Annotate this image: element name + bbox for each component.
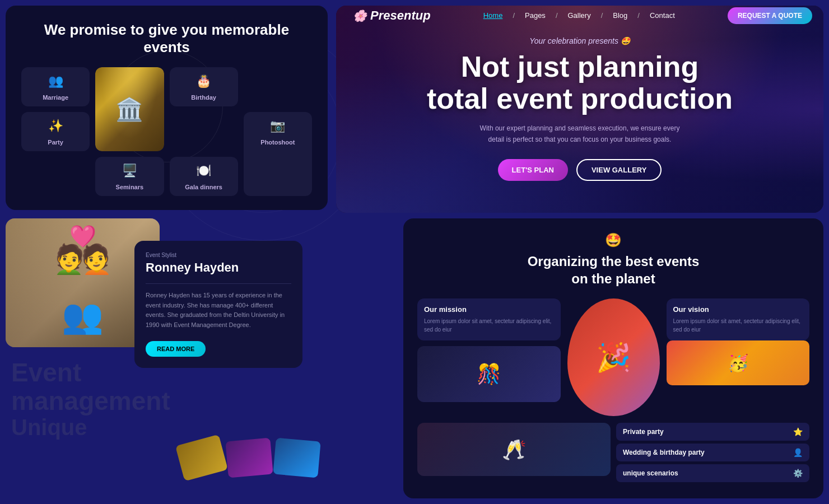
private-party-label: Private party — [623, 428, 664, 436]
vision-card: Our vision Lorem ipsum dolor sit amet, s… — [667, 298, 810, 340]
photo-thumbnails — [179, 440, 314, 476]
nav-link-blog[interactable]: Blog — [613, 11, 627, 20]
service-marriage[interactable]: 👥 Marriage — [21, 67, 90, 106]
party-label: Party — [48, 139, 63, 146]
services-grid: 👥 Marriage 🎂 Birthday ✨ Party 🖥️ Seminar… — [21, 67, 312, 196]
event-line2: management — [11, 386, 170, 416]
party-item-wedding[interactable]: Wedding & birthday party 👤 — [616, 444, 809, 461]
logo-text: Presentup — [370, 8, 431, 23]
nav-link-contact[interactable]: Contact — [650, 11, 675, 20]
wedding-label: Wedding & birthday party — [623, 449, 705, 456]
vision-title: Our vision — [673, 305, 803, 314]
wedding-icon: 👤 — [793, 448, 803, 457]
nav-link-gallery[interactable]: Gallery — [568, 11, 591, 20]
seminars-label: Seminars — [116, 184, 144, 190]
stylist-section: 💑 Event Stylist Ronney Hayden Ronney Hay… — [6, 218, 328, 350]
view-gallery-button[interactable]: VIEW GALLERY — [576, 159, 662, 181]
organize-title-text: Organizing the best eventson the planet — [528, 254, 700, 286]
nav-link-home[interactable]: Home — [483, 11, 503, 20]
nav-link-pages[interactable]: Pages — [525, 11, 546, 20]
hero-title: Not just planning total event production — [358, 51, 801, 115]
unique-icon: ⚙️ — [793, 469, 803, 478]
vision-image — [667, 340, 810, 385]
private-party-icon: ⭐ — [793, 427, 803, 436]
nav-bar: 🌸 Presentup Home / Pages / Gallery / Blo… — [336, 0, 829, 31]
mission-text: Lorem ipsum dolor sit amet, sectetur adi… — [424, 317, 554, 334]
hero-subtitle: Your celebration presents 🤩 — [358, 36, 801, 45]
party-photo: 🥂 — [417, 423, 611, 476]
party-list: Private party ⭐ Wedding & birthday party… — [616, 423, 809, 482]
logo-icon: 🌸 — [353, 9, 367, 22]
party-emoji: 🎊 — [477, 363, 501, 386]
stylist-bio: Ronney Hayden has 15 years of experience… — [146, 291, 291, 330]
unique-text: Unique — [11, 415, 170, 440]
seminars-icon: 🖥️ — [100, 164, 159, 178]
stylist-info-card: Event Stylist Ronney Hayden Ronney Hayde… — [134, 241, 302, 368]
nav-logo: 🌸 Presentup — [353, 8, 431, 23]
party-item-unique[interactable]: unique scenarios ⚙️ — [616, 464, 809, 482]
nav-sep-2: / — [556, 11, 558, 20]
request-quote-button[interactable]: REQUEST A QUOTE — [728, 7, 812, 24]
stylist-name: Ronney Hayden — [146, 260, 291, 275]
event-management-text: Event management — [11, 358, 170, 415]
photoshoot-icon: 📷 — [248, 119, 308, 133]
service-venue[interactable] — [95, 67, 164, 151]
read-more-button[interactable]: READ MORE — [146, 341, 206, 357]
thumb-2 — [225, 438, 273, 478]
organize-emoji: 🤩 — [417, 232, 809, 248]
org-grid: Our mission Lorem ipsum dolor sit amet, … — [417, 298, 809, 416]
organize-section: 🤩 Organizing the best eventson the plane… — [403, 218, 823, 498]
party-item-private[interactable]: Private party ⭐ — [616, 423, 809, 441]
hero-content: Your celebration presents 🤩 Not just pla… — [336, 6, 823, 198]
couple-emoji: 💑 — [55, 224, 111, 277]
birthday-label: Birthday — [191, 94, 216, 101]
service-gala[interactable]: 🍽️ Gala dinners — [170, 157, 238, 196]
thumb-3 — [273, 438, 320, 478]
marriage-icon: 👥 — [26, 74, 85, 88]
gala-icon: 🍽️ — [174, 164, 234, 178]
hero-buttons: LET'S PLAN VIEW GALLERY — [358, 159, 801, 181]
service-birthday[interactable]: 🎂 Birthday — [170, 67, 238, 106]
mission-title: Our mission — [424, 305, 554, 314]
photoshoot-label: Photoshoot — [260, 139, 295, 146]
event-line1: Event — [11, 358, 81, 387]
party-bottom-section: 🥂 Private party ⭐ Wedding & birthday par… — [417, 423, 809, 482]
hero-description: With our expert planning and seamless ex… — [473, 123, 686, 144]
celebration-emoji: 🎉 — [596, 341, 631, 374]
hero-title-line2: total event production — [427, 82, 733, 115]
birthday-icon: 🎂 — [174, 74, 234, 88]
hero-section: Your celebration presents 🤩 Not just pla… — [336, 6, 823, 213]
nav-sep-4: / — [637, 11, 640, 20]
vision-text: Lorem ipsum dolor sit amet, sectetur adi… — [673, 317, 803, 334]
unique-scenarios-label: unique scenarios — [623, 469, 678, 477]
nav-links: Home / Pages / Gallery / Blog / Contact — [483, 11, 675, 20]
thumb-1 — [175, 435, 228, 481]
service-photoshoot[interactable]: 📷 Photoshoot — [244, 112, 312, 196]
nav-sep-1: / — [513, 11, 515, 20]
hero-title-line1: Not just planning — [461, 50, 699, 83]
org-left-col: Our mission Lorem ipsum dolor sit amet, … — [417, 298, 561, 402]
divider — [146, 283, 291, 284]
venue-image — [95, 67, 164, 151]
mission-image: 🎊 — [417, 346, 561, 402]
mission-card: Our mission Lorem ipsum dolor sit amet, … — [417, 298, 561, 340]
service-party[interactable]: ✨ Party — [21, 112, 90, 151]
gala-label: Gala dinners — [185, 184, 222, 190]
nav-sep-3: / — [601, 11, 603, 20]
stylist-tag: Event Stylist — [146, 252, 291, 258]
organize-title: Organizing the best eventson the planet — [417, 253, 809, 287]
party-icon: ✨ — [26, 119, 85, 133]
service-seminars[interactable]: 🖥️ Seminars — [95, 157, 164, 196]
left-panel: We promise to give you memorable events … — [6, 6, 328, 210]
party-photo-emoji: 🥂 — [502, 438, 527, 461]
bottom-text: Event management Unique — [11, 358, 170, 493]
center-celebration-image: 🎉 — [567, 298, 660, 416]
lets-plan-button[interactable]: LET'S PLAN — [498, 159, 568, 181]
left-panel-title: We promise to give you memorable events — [21, 21, 312, 56]
org-right-col: Our vision Lorem ipsum dolor sit amet, s… — [667, 298, 810, 385]
marriage-label: Marriage — [43, 94, 68, 101]
